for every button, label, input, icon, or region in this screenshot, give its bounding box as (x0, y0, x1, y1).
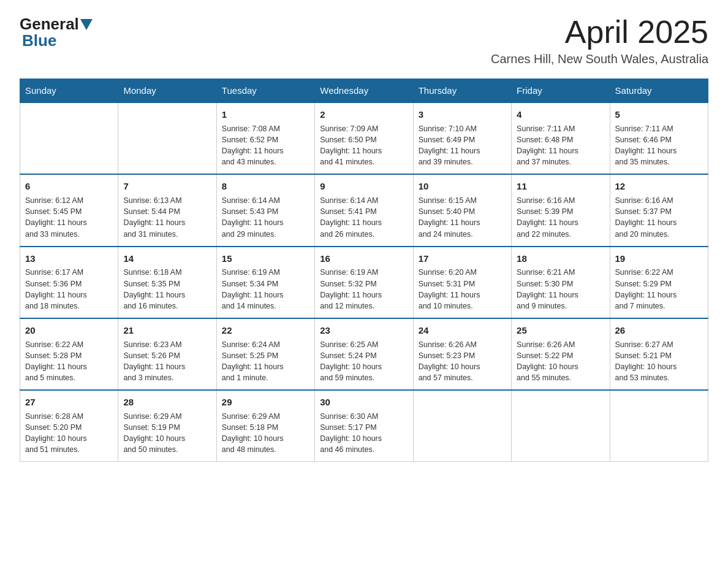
calendar-cell: 5Sunrise: 7:11 AM Sunset: 6:46 PM Daylig… (610, 102, 708, 174)
calendar-day-header: Thursday (413, 79, 511, 103)
day-info: Sunrise: 7:08 AM Sunset: 6:52 PM Dayligh… (222, 123, 309, 168)
day-info: Sunrise: 6:14 AM Sunset: 5:41 PM Dayligh… (320, 195, 408, 240)
calendar-day-header: Saturday (610, 79, 708, 103)
day-info: Sunrise: 6:16 AM Sunset: 5:37 PM Dayligh… (615, 195, 703, 240)
day-number: 11 (517, 180, 604, 193)
calendar-header-row: SundayMondayTuesdayWednesdayThursdayFrid… (20, 79, 708, 103)
logo: General Blue (20, 15, 94, 50)
calendar-cell: 1Sunrise: 7:08 AM Sunset: 6:52 PM Daylig… (216, 102, 314, 174)
page-header: General Blue April 2025 Carnes Hill, New… (20, 15, 708, 66)
calendar-day-header: Friday (512, 79, 610, 103)
day-info: Sunrise: 6:30 AM Sunset: 5:17 PM Dayligh… (320, 411, 408, 456)
calendar-cell: 13Sunrise: 6:17 AM Sunset: 5:36 PM Dayli… (20, 247, 118, 318)
location-title: Carnes Hill, New South Wales, Australia (491, 52, 708, 66)
day-number: 16 (320, 252, 408, 266)
calendar-cell: 18Sunrise: 6:21 AM Sunset: 5:30 PM Dayli… (512, 247, 610, 318)
calendar-cell: 24Sunrise: 6:26 AM Sunset: 5:23 PM Dayli… (413, 318, 511, 390)
day-info: Sunrise: 6:26 AM Sunset: 5:23 PM Dayligh… (419, 339, 506, 384)
day-info: Sunrise: 6:27 AM Sunset: 5:21 PM Dayligh… (615, 339, 703, 384)
calendar-day-header: Wednesday (315, 79, 413, 103)
calendar-cell: 4Sunrise: 7:11 AM Sunset: 6:48 PM Daylig… (512, 102, 610, 174)
calendar-cell: 30Sunrise: 6:30 AM Sunset: 5:17 PM Dayli… (315, 390, 413, 462)
day-number: 9 (320, 180, 408, 193)
day-info: Sunrise: 7:10 AM Sunset: 6:49 PM Dayligh… (419, 123, 506, 168)
day-info: Sunrise: 7:11 AM Sunset: 6:46 PM Dayligh… (615, 123, 703, 168)
day-number: 1 (222, 108, 309, 121)
day-info: Sunrise: 6:26 AM Sunset: 5:22 PM Dayligh… (517, 339, 604, 384)
calendar-cell: 15Sunrise: 6:19 AM Sunset: 5:34 PM Dayli… (216, 247, 314, 318)
day-info: Sunrise: 6:29 AM Sunset: 5:18 PM Dayligh… (222, 411, 309, 456)
day-number: 19 (615, 252, 703, 266)
day-info: Sunrise: 6:14 AM Sunset: 5:43 PM Dayligh… (222, 195, 309, 240)
calendar-cell: 10Sunrise: 6:15 AM Sunset: 5:40 PM Dayli… (413, 174, 511, 246)
calendar-week-row: 27Sunrise: 6:28 AM Sunset: 5:20 PM Dayli… (20, 390, 708, 462)
day-number: 13 (25, 252, 113, 266)
calendar-cell: 6Sunrise: 6:12 AM Sunset: 5:45 PM Daylig… (20, 174, 118, 246)
day-info: Sunrise: 6:22 AM Sunset: 5:29 PM Dayligh… (615, 267, 703, 312)
day-number: 22 (222, 324, 309, 337)
day-number: 28 (123, 396, 211, 409)
calendar-day-header: Tuesday (216, 79, 314, 103)
calendar-cell (512, 390, 610, 462)
calendar-cell: 8Sunrise: 6:14 AM Sunset: 5:43 PM Daylig… (216, 174, 314, 246)
calendar-cell (413, 390, 511, 462)
day-number: 5 (615, 108, 703, 121)
day-number: 18 (517, 252, 604, 266)
calendar-cell: 3Sunrise: 7:10 AM Sunset: 6:49 PM Daylig… (413, 102, 511, 174)
day-number: 20 (25, 324, 113, 337)
calendar-cell (20, 102, 118, 174)
calendar-cell: 11Sunrise: 6:16 AM Sunset: 5:39 PM Dayli… (512, 174, 610, 246)
calendar-cell: 23Sunrise: 6:25 AM Sunset: 5:24 PM Dayli… (315, 318, 413, 390)
day-info: Sunrise: 6:19 AM Sunset: 5:32 PM Dayligh… (320, 267, 408, 312)
calendar-body: 1Sunrise: 7:08 AM Sunset: 6:52 PM Daylig… (20, 102, 708, 462)
calendar-cell: 29Sunrise: 6:29 AM Sunset: 5:18 PM Dayli… (216, 390, 314, 462)
calendar-day-header: Monday (118, 79, 216, 103)
calendar-cell (118, 102, 216, 174)
calendar-day-header: Sunday (20, 79, 118, 103)
day-info: Sunrise: 6:23 AM Sunset: 5:26 PM Dayligh… (123, 339, 211, 384)
day-info: Sunrise: 6:21 AM Sunset: 5:30 PM Dayligh… (517, 267, 604, 312)
calendar-cell: 9Sunrise: 6:14 AM Sunset: 5:41 PM Daylig… (315, 174, 413, 246)
day-info: Sunrise: 6:24 AM Sunset: 5:25 PM Dayligh… (222, 339, 309, 384)
month-title: April 2025 (491, 15, 708, 50)
day-info: Sunrise: 7:11 AM Sunset: 6:48 PM Dayligh… (517, 123, 604, 168)
day-number: 8 (222, 180, 309, 193)
calendar-cell: 25Sunrise: 6:26 AM Sunset: 5:22 PM Dayli… (512, 318, 610, 390)
calendar-cell: 27Sunrise: 6:28 AM Sunset: 5:20 PM Dayli… (20, 390, 118, 462)
calendar-header: SundayMondayTuesdayWednesdayThursdayFrid… (20, 79, 708, 103)
day-number: 14 (123, 252, 211, 266)
day-info: Sunrise: 6:13 AM Sunset: 5:44 PM Dayligh… (123, 195, 211, 240)
day-number: 17 (419, 252, 506, 266)
calendar-cell: 17Sunrise: 6:20 AM Sunset: 5:31 PM Dayli… (413, 247, 511, 318)
calendar-cell: 19Sunrise: 6:22 AM Sunset: 5:29 PM Dayli… (610, 247, 708, 318)
calendar-cell: 12Sunrise: 6:16 AM Sunset: 5:37 PM Dayli… (610, 174, 708, 246)
calendar-cell (610, 390, 708, 462)
calendar-cell: 26Sunrise: 6:27 AM Sunset: 5:21 PM Dayli… (610, 318, 708, 390)
calendar-cell: 14Sunrise: 6:18 AM Sunset: 5:35 PM Dayli… (118, 247, 216, 318)
day-number: 29 (222, 396, 309, 409)
calendar-week-row: 1Sunrise: 7:08 AM Sunset: 6:52 PM Daylig… (20, 102, 708, 174)
day-number: 23 (320, 324, 408, 337)
day-info: Sunrise: 6:20 AM Sunset: 5:31 PM Dayligh… (419, 267, 506, 312)
day-number: 2 (320, 108, 408, 121)
day-info: Sunrise: 6:17 AM Sunset: 5:36 PM Dayligh… (25, 267, 113, 312)
day-number: 6 (25, 180, 113, 193)
day-info: Sunrise: 6:22 AM Sunset: 5:28 PM Dayligh… (25, 339, 113, 384)
day-info: Sunrise: 6:28 AM Sunset: 5:20 PM Dayligh… (25, 411, 113, 456)
calendar-week-row: 13Sunrise: 6:17 AM Sunset: 5:36 PM Dayli… (20, 247, 708, 318)
day-number: 21 (123, 324, 211, 337)
day-number: 24 (419, 324, 506, 337)
day-number: 27 (25, 396, 113, 409)
calendar-cell: 20Sunrise: 6:22 AM Sunset: 5:28 PM Dayli… (20, 318, 118, 390)
calendar-week-row: 6Sunrise: 6:12 AM Sunset: 5:45 PM Daylig… (20, 174, 708, 246)
calendar-week-row: 20Sunrise: 6:22 AM Sunset: 5:28 PM Dayli… (20, 318, 708, 390)
calendar-table: SundayMondayTuesdayWednesdayThursdayFrid… (20, 79, 708, 462)
day-info: Sunrise: 6:15 AM Sunset: 5:40 PM Dayligh… (419, 195, 506, 240)
day-number: 10 (419, 180, 506, 193)
day-info: Sunrise: 6:16 AM Sunset: 5:39 PM Dayligh… (517, 195, 604, 240)
calendar-cell: 22Sunrise: 6:24 AM Sunset: 5:25 PM Dayli… (216, 318, 314, 390)
calendar-cell: 2Sunrise: 7:09 AM Sunset: 6:50 PM Daylig… (315, 102, 413, 174)
day-info: Sunrise: 6:12 AM Sunset: 5:45 PM Dayligh… (25, 195, 113, 240)
day-number: 4 (517, 108, 604, 121)
day-number: 30 (320, 396, 408, 409)
